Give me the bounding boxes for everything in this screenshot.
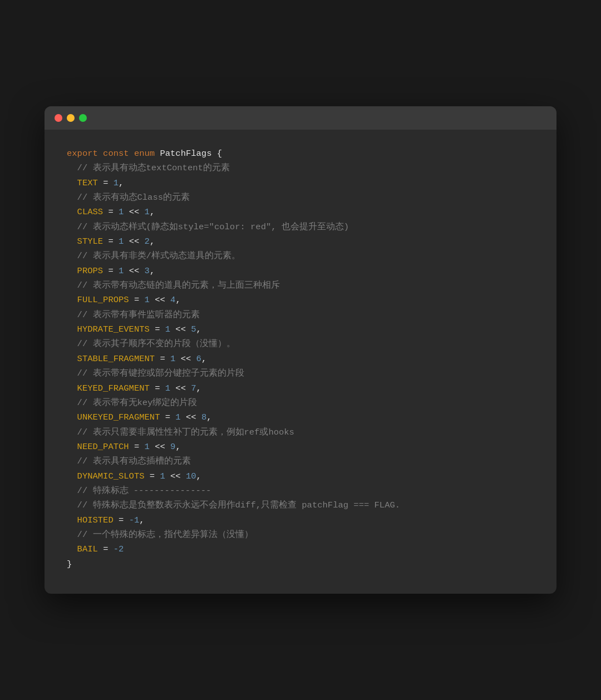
code-line: NEED_PATCH = 1 << 9, (67, 440, 534, 454)
code-line: // 表示动态样式(静态如style="color: red", 也会提升至动态… (67, 220, 534, 234)
code-line: export const enum PatchFlags { (67, 146, 534, 161)
code-line: // 表示带有事件监听器的元素 (67, 308, 534, 322)
code-line: UNKEYED_FRAGMENT = 1 << 8, (67, 410, 534, 425)
code-line: // 表示具有非类/样式动态道具的元素。 (67, 249, 534, 263)
code-line: // 表示带有动态链的道具的元素，与上面三种相斥 (67, 278, 534, 293)
code-line: // 特殊标志 --------------- (67, 484, 534, 498)
code-line: // 表示带有无key绑定的片段 (67, 396, 534, 410)
code-line: STABLE_FRAGMENT = 1 << 6, (67, 352, 534, 366)
titlebar (45, 106, 556, 130)
code-line: // 表示具有动态插槽的元素 (67, 454, 534, 469)
code-line: BAIL = -2 (67, 542, 534, 556)
code-window: export const enum PatchFlags { // 表示具有动态… (45, 106, 556, 594)
code-line: // 表示具有动态textContent的元素 (67, 161, 534, 175)
code-line: CLASS = 1 << 1, (67, 205, 534, 219)
code-line: // 表示有动态Class的元素 (67, 190, 534, 205)
code-line: FULL_PROPS = 1 << 4, (67, 293, 534, 307)
code-line: HOISTED = -1, (67, 513, 534, 528)
close-button[interactable] (55, 114, 62, 122)
code-line: PROPS = 1 << 3, (67, 264, 534, 278)
code-line: DYNAMIC_SLOTS = 1 << 10, (67, 469, 534, 484)
code-line: // 表示其子顺序不变的片段（没懂）。 (67, 337, 534, 351)
code-line: } (67, 557, 534, 571)
code-line: STYLE = 1 << 2, (67, 234, 534, 249)
code-line: // 表示带有键控或部分键控子元素的片段 (67, 366, 534, 381)
code-line: TEXT = 1, (67, 176, 534, 190)
code-editor: export const enum PatchFlags { // 表示具有动态… (45, 130, 556, 594)
minimize-button[interactable] (67, 114, 75, 122)
code-line: HYDRATE_EVENTS = 1 << 5, (67, 322, 534, 337)
maximize-button[interactable] (79, 114, 87, 122)
code-line: // 特殊标志是负整数表示永远不会用作diff,只需检查 patchFlag =… (67, 498, 534, 512)
code-line: // 一个特殊的标志，指代差异算法（没懂） (67, 528, 534, 542)
code-line: // 表示只需要非属性性补丁的元素，例如ref或hooks (67, 425, 534, 440)
code-line: KEYED_FRAGMENT = 1 << 7, (67, 381, 534, 396)
